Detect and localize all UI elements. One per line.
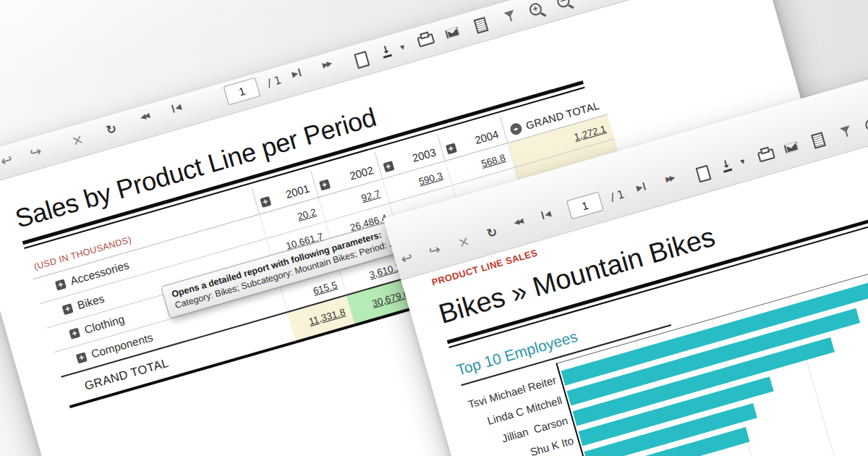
page-count: 1 (273, 73, 283, 88)
zoom-in-icon[interactable]: + (528, 1, 543, 17)
expand-column-2001-icon[interactable]: + (260, 196, 271, 208)
download-caret-icon[interactable]: ▼ (739, 158, 745, 165)
first-page-icon[interactable]: ◀ (541, 208, 553, 220)
email-icon[interactable] (445, 27, 460, 38)
pivot-value-link[interactable]: 20.2 (296, 206, 317, 222)
pivot-value-link[interactable]: 92.7 (360, 188, 381, 204)
page-shape (696, 165, 712, 183)
zoom-out-glass: − (556, 0, 571, 9)
expand-row-components-icon[interactable]: + (76, 352, 88, 363)
page-count: 1 (616, 187, 626, 202)
column-header-2003: 2003 (411, 145, 438, 164)
first-page-icon[interactable]: ◀ (171, 102, 183, 114)
nav-back-icon[interactable]: ↩ (0, 151, 14, 169)
column-header-2002: 2002 (348, 164, 375, 182)
document-shape (811, 132, 826, 149)
zoom-in-icon[interactable]: + (864, 117, 868, 132)
pivot-value-link[interactable]: 615.5 (312, 279, 339, 297)
page-total-label: / 1 (609, 187, 626, 204)
pivot-value-link[interactable]: 1,272.1 (573, 123, 607, 143)
document-shape (474, 17, 489, 34)
rewind-icon[interactable]: ◀◀ (513, 217, 523, 227)
expand-row-accessories-icon[interactable]: + (55, 279, 67, 290)
stop-icon[interactable]: × (456, 232, 471, 251)
column-header-2004: 2004 (473, 128, 500, 147)
expand-column-2002-icon[interactable]: + (319, 180, 331, 191)
email-icon[interactable] (783, 142, 799, 153)
printer-shape (417, 33, 435, 48)
export-document-icon[interactable] (811, 132, 826, 149)
print-icon[interactable] (757, 145, 775, 162)
zoom-in-glass: + (528, 1, 543, 17)
nav-back-icon[interactable]: ↩ (399, 248, 414, 267)
zoom-out-icon[interactable]: − (556, 0, 571, 9)
first-page-glyph: ◀ (543, 208, 552, 219)
page-shape (354, 51, 370, 69)
zoom-in-glass: + (864, 117, 868, 132)
first-page-glyph: ◀ (174, 102, 182, 113)
pivot-value-link[interactable]: 568.8 (480, 152, 507, 169)
page-separator: / (265, 76, 273, 90)
expand-column-2003-icon[interactable]: + (383, 161, 394, 172)
envelope-shape (783, 142, 799, 153)
stop-icon[interactable]: × (69, 130, 85, 149)
last-page-icon[interactable]: ▶▶ (665, 173, 675, 183)
export-document-icon[interactable] (474, 17, 489, 34)
envelope-shape (445, 27, 460, 38)
download-icon[interactable]: ↓ (380, 44, 392, 59)
next-page-icon[interactable]: ▶ (635, 182, 647, 193)
rewind-icon[interactable]: ◀◀ (139, 111, 149, 122)
expand-row-clothing-icon[interactable]: + (69, 327, 80, 339)
column-header-2001: 2001 (284, 182, 311, 201)
nav-forward-icon[interactable]: ↪ (28, 143, 43, 161)
download-caret-icon[interactable]: ▼ (399, 43, 405, 51)
expand-row-bikes-icon[interactable]: + (61, 303, 73, 315)
page-total-label: / 1 (265, 73, 283, 90)
expand-column-2004-icon[interactable]: + (445, 143, 456, 155)
page-separator: / (609, 190, 616, 204)
single-page-view-icon[interactable] (696, 165, 712, 183)
printer-shape (757, 148, 775, 163)
single-page-view-icon[interactable] (354, 51, 370, 69)
page-number-input[interactable] (566, 192, 604, 220)
nav-forward-icon[interactable]: ↪ (427, 240, 442, 259)
last-page-icon[interactable]: ▶▶ (321, 59, 331, 69)
download-icon[interactable]: ↓ (720, 159, 732, 173)
next-page-icon[interactable]: ▶ (291, 67, 302, 79)
refresh-icon[interactable]: ↻ (104, 121, 118, 138)
print-icon[interactable] (416, 30, 435, 47)
row-label: Bikes (76, 292, 106, 313)
pivot-value-link[interactable]: 590.3 (417, 170, 444, 187)
refresh-icon[interactable]: ↻ (485, 224, 499, 241)
page-number-input[interactable] (224, 77, 261, 106)
viewport: ↩ ↪ × ↻ ◀◀ ◀ / 1 ▶ ▶▶ ↓ ▼ + − Sales by P… (0, 0, 868, 456)
pivot-value-link[interactable]: 11,331.8 (307, 306, 346, 327)
grand-total-collapse-icon[interactable]: ◂▸ (509, 122, 523, 136)
